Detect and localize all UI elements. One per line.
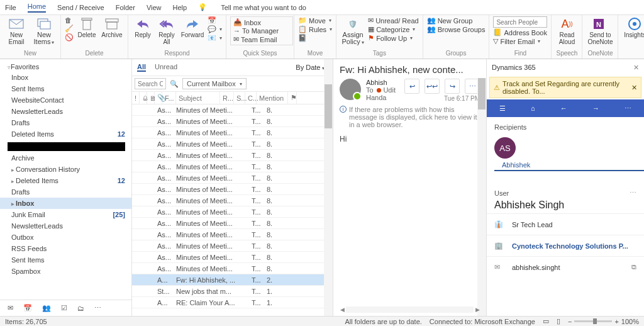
tab-all[interactable]: All xyxy=(137,63,146,72)
read-aloud-button[interactable]: A))Read Aloud xyxy=(555,16,578,48)
nav-tree-item[interactable]: ▸Inbox xyxy=(0,198,131,209)
col-flag[interactable]: ⚑ xyxy=(288,92,297,104)
d365-warning[interactable]: ⚠Track and Set Regarding are currently d… xyxy=(489,77,641,98)
message-row[interactable]: St...New jobs that m...T...1. xyxy=(132,286,333,297)
message-row[interactable]: As...Minutes of Meeti...T...8. xyxy=(132,229,333,240)
calendar-view-icon[interactable]: 📅 xyxy=(23,304,32,312)
tell-me-input[interactable]: Tell me what you want to do xyxy=(221,4,306,11)
d365-user-more-icon[interactable]: ⋯ xyxy=(630,189,636,197)
copy-email-icon[interactable]: ⧉ xyxy=(631,263,636,271)
d365-more-icon[interactable]: ⋯ xyxy=(625,104,631,113)
followup-button[interactable]: ⚑Follow Up▾ xyxy=(368,34,419,42)
send-onenote-button[interactable]: NSend to OneNote xyxy=(586,16,614,48)
col-importance[interactable]: ! xyxy=(132,92,140,104)
mail-view-icon[interactable]: ✉ xyxy=(8,304,13,312)
nav-tree-item[interactable]: Drafts xyxy=(0,186,131,198)
d365-company-row[interactable]: 🏢Cynoteck Technology Solutions P... xyxy=(487,235,644,256)
nav-fav-item[interactable]: Deleted Items12 xyxy=(0,128,131,140)
assign-policy-button[interactable]: 🛡️Assign Policy▾ xyxy=(340,16,365,48)
search-input[interactable] xyxy=(135,78,166,89)
nav-fav-item[interactable]: Drafts xyxy=(0,117,131,128)
im-button[interactable]: 💬▾ xyxy=(208,25,222,33)
nav-tree-item[interactable]: ▸Deleted Items12 xyxy=(0,175,131,186)
menu-home[interactable]: Home xyxy=(28,3,46,13)
message-row[interactable]: As...Minutes of Meeti...T...8. xyxy=(132,161,333,172)
people-view-icon[interactable]: 👥 xyxy=(42,304,51,312)
message-row[interactable]: As...Minutes of Meeti...T...8. xyxy=(132,116,333,127)
menu-view[interactable]: View xyxy=(147,4,162,11)
col-received[interactable]: R... xyxy=(220,92,234,104)
message-row[interactable]: As...Minutes of Meeti...T...8. xyxy=(132,195,333,206)
view-normal-icon[interactable]: ▭ xyxy=(543,317,549,325)
col-categories[interactable]: C... xyxy=(245,92,257,104)
d365-menu-icon[interactable]: ☰ xyxy=(499,104,506,113)
filter-email-button[interactable]: ▽Filter Email▾ xyxy=(493,37,547,45)
ignore-button[interactable]: 🗑 xyxy=(65,16,74,24)
nav-fav-item[interactable]: NewsletterLeads xyxy=(0,106,131,117)
nav-tree-item[interactable]: ▸Conversation History xyxy=(0,164,131,175)
reply-all-button[interactable]: Reply All xyxy=(156,16,177,48)
menu-folder[interactable]: Folder xyxy=(116,4,135,11)
search-icon[interactable]: 🔍 xyxy=(170,80,179,88)
quickstep-to-manager[interactable]: →To Manager xyxy=(233,27,290,35)
message-row[interactable]: As...Minutes of Meeti...T...8. xyxy=(132,150,333,161)
nav-tree-item[interactable]: Archive xyxy=(0,152,131,164)
warning-close-icon[interactable]: ✕ xyxy=(631,84,637,92)
categorize-button[interactable]: ▦Categorize▾ xyxy=(368,25,419,33)
quickstep-team-email[interactable]: ✉Team Email xyxy=(233,35,290,43)
browse-groups-button[interactable]: 👥Browse Groups xyxy=(427,25,486,33)
favorites-header[interactable]: ▿Favorites xyxy=(0,59,131,72)
quickstep-inbox[interactable]: 📥Inbox xyxy=(233,18,290,26)
meeting-button[interactable]: 📅 xyxy=(208,16,222,25)
list-scrollbar[interactable] xyxy=(324,59,333,316)
menu-file[interactable]: File xyxy=(5,4,16,11)
message-row[interactable]: As...Minutes of Meeti...T...8. xyxy=(132,184,333,195)
nav-tree-item[interactable]: Junk Email[25] xyxy=(0,209,131,220)
new-items-button[interactable]: New Items▾ xyxy=(31,16,57,48)
col-reminder[interactable]: 🕭 xyxy=(140,92,147,104)
nav-fav-item[interactable]: Sent Items xyxy=(0,83,131,94)
message-row[interactable]: As...Minutes of Meeti...T...8. xyxy=(132,263,333,274)
rules-button[interactable]: 📋Rules▾ xyxy=(298,25,332,33)
archive-button[interactable]: Archive xyxy=(100,16,124,48)
col-size[interactable]: S... xyxy=(234,92,245,104)
message-row[interactable]: A...RE: Claim Your A...T...1. xyxy=(132,297,333,308)
mailbox-scope[interactable]: Current Mailbox▾ xyxy=(182,78,247,89)
delete-button[interactable]: Delete xyxy=(76,16,97,48)
message-row[interactable]: As...Minutes of Meeti...T...8. xyxy=(132,172,333,184)
new-email-button[interactable]: New Email xyxy=(4,16,29,48)
account-header[interactable] xyxy=(8,142,125,151)
cleanup-button[interactable]: 🧹 xyxy=(65,25,74,33)
forward-button[interactable]: Forward xyxy=(180,16,205,48)
menu-help[interactable]: Help xyxy=(173,4,187,11)
view-reading-icon[interactable]: ▯ xyxy=(557,317,560,325)
unread-read-button[interactable]: ✉Unread/ Read xyxy=(368,16,419,25)
col-attachment[interactable]: 📎 xyxy=(155,92,162,104)
nav-tree-item[interactable]: NewsletterLeads xyxy=(0,220,131,232)
junk-button[interactable]: 🚫 xyxy=(65,33,74,42)
col-subject[interactable]: Subject xyxy=(176,92,220,104)
onenote-small-button[interactable]: 📓 xyxy=(298,34,332,42)
notes-view-icon[interactable]: 🗂 xyxy=(77,305,84,312)
col-icon[interactable]: 🗎 xyxy=(147,92,155,104)
search-people-input[interactable] xyxy=(493,16,547,28)
reply-action-button[interactable]: ↩ xyxy=(404,79,419,94)
reader-hscrollbar[interactable]: ◀▶ xyxy=(338,306,481,313)
nav-tree-item[interactable]: Sent Items xyxy=(0,254,131,266)
tab-unread[interactable]: Unread xyxy=(155,63,177,72)
menu-send-receive[interactable]: Send / Receive xyxy=(57,4,104,11)
more-views-icon[interactable]: ⋯ xyxy=(94,304,101,312)
col-mention[interactable]: Mention xyxy=(257,92,288,104)
message-row[interactable]: As...Minutes of Meeti...T...8. xyxy=(132,104,333,116)
tasks-view-icon[interactable]: ☑ xyxy=(61,304,67,312)
d365-email-row[interactable]: ✉abhishek.singht⧉ xyxy=(487,256,644,278)
info-bar[interactable]: iIf there are problems with how this mes… xyxy=(340,106,480,128)
d365-close-icon[interactable]: ✕ xyxy=(633,64,639,72)
move-button[interactable]: 📁Move▾ xyxy=(298,16,332,25)
d365-forward-icon[interactable]: → xyxy=(592,104,599,112)
reply-button[interactable]: Reply xyxy=(132,16,153,48)
nav-tree-item[interactable]: Outbox xyxy=(0,232,131,243)
nav-tree-item[interactable]: Spambox xyxy=(0,266,131,277)
message-row[interactable]: As...Minutes of Meeti...T...8. xyxy=(132,218,333,229)
forward-action-button[interactable]: ↪ xyxy=(445,79,460,94)
